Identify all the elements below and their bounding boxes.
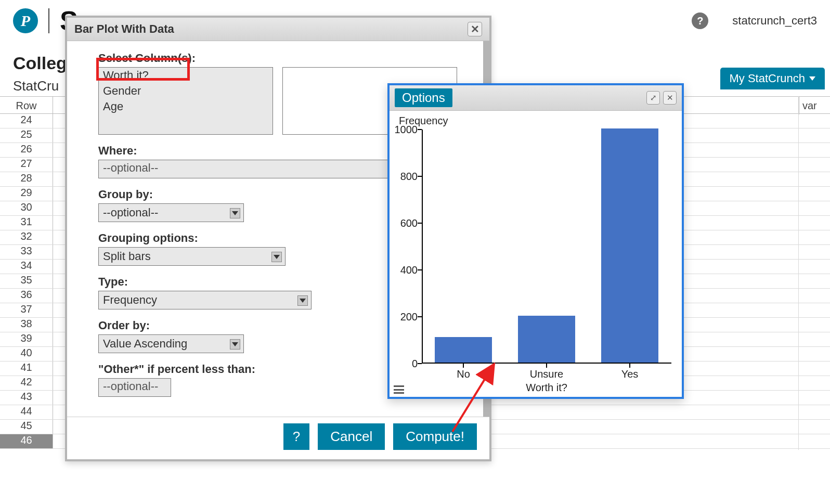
orderby-value: Value Ascending bbox=[103, 337, 187, 351]
dropdown-icon bbox=[230, 339, 240, 350]
row-header: Row bbox=[0, 97, 53, 113]
app-subname: StatCru bbox=[13, 78, 59, 94]
result-titlebar[interactable]: Options ⤢ ✕ bbox=[390, 85, 682, 111]
dialog-help-button[interactable]: ? bbox=[283, 423, 309, 450]
dialog-footer: ? Cancel Compute! bbox=[67, 417, 489, 459]
row-number: 33 bbox=[0, 245, 53, 259]
row-number: 44 bbox=[0, 405, 53, 419]
close-icon[interactable]: ✕ bbox=[468, 22, 482, 36]
ytick-label: 1000 bbox=[394, 124, 418, 136]
groupby-value: --optional-- bbox=[103, 206, 158, 219]
orderby-select[interactable]: Value Ascending bbox=[98, 334, 244, 353]
chart-xlabel: Worth it? bbox=[526, 382, 567, 394]
row-number: 30 bbox=[0, 201, 53, 215]
dropdown-icon bbox=[297, 295, 308, 306]
row-number: 42 bbox=[0, 376, 53, 390]
title-separator bbox=[48, 8, 49, 33]
row-number: 46 bbox=[0, 434, 53, 448]
expand-icon[interactable]: ⤢ bbox=[646, 91, 660, 105]
chart-area: Frequency Worth it? 02004006008001000NoU… bbox=[390, 111, 682, 397]
my-statcrunch-label: My StatCrunch bbox=[730, 72, 806, 85]
ytick-label: 200 bbox=[394, 311, 418, 323]
ytick-label: 400 bbox=[394, 264, 418, 276]
result-window: Options ⤢ ✕ Frequency Worth it? 02004006… bbox=[387, 83, 684, 399]
pearson-logo: P bbox=[13, 8, 38, 33]
list-item[interactable]: Age bbox=[99, 99, 273, 114]
compute-button[interactable]: Compute! bbox=[393, 423, 477, 450]
groupby-select[interactable]: --optional-- bbox=[98, 203, 244, 222]
bar[interactable] bbox=[518, 316, 575, 363]
row-number: 36 bbox=[0, 289, 53, 303]
row-number: 27 bbox=[0, 158, 53, 172]
row-number: 39 bbox=[0, 332, 53, 346]
ytick-label: 800 bbox=[394, 171, 418, 183]
row-number: 38 bbox=[0, 318, 53, 332]
help-icon[interactable]: ? bbox=[692, 12, 708, 29]
row-number: 24 bbox=[0, 114, 53, 128]
row-number: 34 bbox=[0, 260, 53, 274]
other-input[interactable]: --optional-- bbox=[98, 378, 171, 397]
dropdown-icon bbox=[230, 208, 240, 218]
options-button[interactable]: Options bbox=[395, 88, 452, 107]
bar-chart[interactable]: Worth it? 02004006008001000NoUnsureYes bbox=[422, 130, 671, 364]
chart-menu-icon[interactable] bbox=[394, 385, 404, 394]
list-item[interactable]: Worth it? bbox=[99, 68, 273, 83]
row-number: 29 bbox=[0, 187, 53, 201]
row-number: 32 bbox=[0, 230, 53, 244]
row-number: 40 bbox=[0, 347, 53, 361]
xtick-label: Yes bbox=[621, 368, 639, 380]
dropdown-icon bbox=[271, 252, 282, 262]
select-columns-label: Select Column(s): bbox=[98, 51, 457, 65]
list-item[interactable]: Gender bbox=[99, 83, 273, 99]
row-number: 31 bbox=[0, 216, 53, 230]
column-divider bbox=[798, 96, 799, 450]
close-icon[interactable]: ✕ bbox=[663, 91, 677, 105]
type-select[interactable]: Frequency bbox=[98, 291, 312, 309]
ytick-label: 0 bbox=[394, 358, 418, 370]
username-label[interactable]: statcrunch_cert3 bbox=[732, 14, 817, 28]
type-value: Frequency bbox=[103, 293, 157, 307]
row-number: 25 bbox=[0, 128, 53, 143]
grouping-options-value: Split bars bbox=[103, 250, 151, 263]
xtick-label: Unsure bbox=[530, 368, 563, 380]
row-number: 28 bbox=[0, 172, 53, 186]
my-statcrunch-button[interactable]: My StatCrunch bbox=[720, 68, 825, 89]
row-number: 35 bbox=[0, 274, 53, 288]
caret-down-icon bbox=[809, 76, 815, 81]
cancel-button[interactable]: Cancel bbox=[318, 423, 385, 450]
available-columns-listbox[interactable]: Worth it?GenderAge bbox=[98, 67, 273, 135]
grouping-options-select[interactable]: Split bars bbox=[98, 247, 286, 266]
row-number: 26 bbox=[0, 143, 53, 157]
bar[interactable] bbox=[601, 128, 658, 363]
xtick-label: No bbox=[457, 368, 470, 380]
dialog-title-text: Bar Plot With Data bbox=[74, 22, 174, 36]
row-number: 41 bbox=[0, 361, 53, 376]
row-number: 37 bbox=[0, 303, 53, 317]
ytick-label: 600 bbox=[394, 217, 418, 229]
row-number: 43 bbox=[0, 391, 53, 405]
column-header-var[interactable]: var bbox=[799, 97, 830, 114]
row-number: 45 bbox=[0, 420, 53, 434]
dialog-titlebar[interactable]: Bar Plot With Data ✕ bbox=[67, 18, 489, 41]
bar[interactable] bbox=[435, 337, 492, 363]
